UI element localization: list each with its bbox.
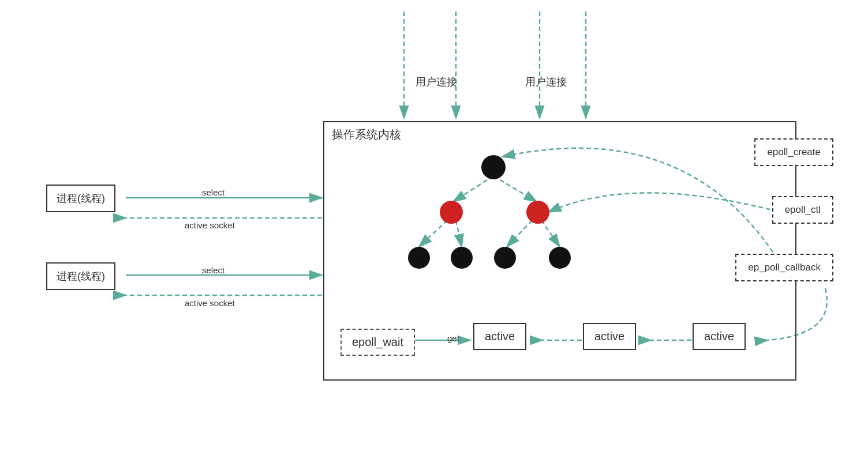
select-label-2: select bbox=[202, 265, 225, 275]
ep-poll-callback-box: ep_poll_callback bbox=[735, 254, 833, 281]
tree-node-black-3 bbox=[494, 247, 516, 269]
user-connection-label-1: 用户连接 bbox=[416, 75, 457, 89]
process-box-1: 进程(线程) bbox=[46, 185, 115, 212]
active-box-2: active bbox=[583, 323, 636, 350]
tree-node-red-right bbox=[526, 201, 549, 224]
get-label: get bbox=[447, 333, 459, 343]
tree-node-red-left bbox=[440, 201, 463, 224]
user-connection-label-2: 用户连接 bbox=[525, 75, 567, 89]
epoll-ctl-box: epoll_ctl bbox=[772, 196, 833, 224]
kernel-label: 操作系统内核 bbox=[332, 127, 401, 142]
select-label-1: select bbox=[202, 187, 225, 197]
active-socket-label-1: active socket bbox=[185, 220, 235, 230]
active-box-1: active bbox=[473, 323, 526, 350]
tree-node-black-2 bbox=[451, 247, 473, 269]
active-box-3: active bbox=[693, 323, 746, 350]
tree-node-black-4 bbox=[549, 247, 571, 269]
epoll-wait-box: epoll_wait bbox=[341, 329, 415, 356]
process-box-2: 进程(线程) bbox=[46, 262, 115, 290]
epoll-create-box: epoll_create bbox=[754, 138, 833, 166]
tree-node-root bbox=[481, 155, 506, 179]
active-socket-label-2: active socket bbox=[185, 298, 235, 308]
tree-node-black-1 bbox=[408, 247, 430, 269]
diagram-container: 用户连接 用户连接 操作系统内核 进程(线程) 进程(线程) select se… bbox=[0, 0, 868, 459]
